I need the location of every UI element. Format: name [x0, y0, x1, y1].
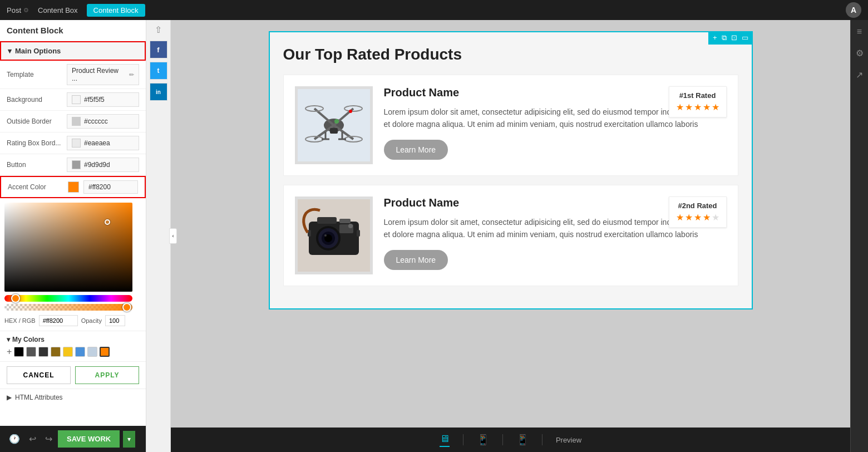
tab-content-block[interactable]: Content Block — [87, 4, 145, 17]
settings-button[interactable]: ⊡ — [729, 33, 739, 43]
opacity-label: Opacity — [81, 317, 102, 324]
opacity-overlay — [4, 304, 132, 311]
tablet-device-button[interactable]: 📱 — [477, 434, 489, 446]
star-1-3: ★ — [694, 102, 702, 112]
button-row: Button #9d9d9d — [0, 154, 146, 176]
learn-more-button-2[interactable]: Learn More — [384, 250, 448, 270]
accent-value[interactable]: #ff8200 — [83, 180, 138, 194]
social-bar: ⇧ f t in ‹ — [146, 20, 171, 452]
color-cursor — [105, 219, 110, 225]
background-label: Background — [7, 96, 62, 104]
right-panel: ≡ ⚙ ↗ — [850, 20, 868, 452]
rating-box-swatch — [72, 139, 81, 148]
color-gradient[interactable] — [4, 203, 132, 292]
panel-title: Content Block — [0, 20, 146, 41]
rating-box-value[interactable]: #eaeaea — [67, 136, 139, 150]
star-2-4: ★ — [703, 212, 711, 223]
html-attributes-row[interactable]: ▶ HTML Attributes — [0, 389, 146, 406]
mobile-device-button[interactable]: 📱 — [516, 434, 529, 446]
product-block: Our Top Rated Products — [270, 32, 752, 308]
opacity-input[interactable] — [105, 315, 125, 326]
clock-icon[interactable]: 🕐 — [7, 431, 22, 446]
accent-swatch — [68, 181, 79, 193]
linkedin-button[interactable]: in — [150, 83, 167, 101]
product-image-1 — [295, 86, 373, 164]
outside-border-row: Outside Border #cccccc — [0, 111, 146, 132]
add-block-button[interactable]: + — [711, 33, 719, 43]
swatch-orange[interactable] — [100, 347, 110, 357]
star-2-1: ★ — [676, 212, 684, 223]
template-row: Template Product Review ... ✏ — [0, 61, 146, 89]
svg-point-12 — [334, 119, 339, 124]
preview-button[interactable]: Preview — [556, 436, 581, 444]
canvas-toolbar: + ⧉ ⊡ ▭ — [708, 31, 753, 45]
save-dropdown-button[interactable]: ▾ — [123, 431, 135, 448]
svg-point-27 — [348, 224, 353, 228]
rating-box-label: Rating Box Bord... — [7, 139, 62, 147]
redo-icon[interactable]: ↪ — [43, 431, 55, 446]
main-options-header[interactable]: ▾ Main Options — [0, 41, 146, 61]
save-button[interactable]: SAVE WORK — [58, 430, 120, 448]
tab-post[interactable]: Post ⚙ — [7, 6, 29, 14]
hex-input[interactable] — [39, 315, 78, 326]
swatch-brown[interactable] — [51, 347, 61, 357]
cancel-button[interactable]: CANCEL — [7, 366, 71, 384]
delete-button[interactable]: ▭ — [740, 33, 750, 43]
tab-content-box[interactable]: Content Box — [38, 6, 78, 14]
swatch-black[interactable] — [14, 347, 24, 357]
my-colors-title: ▾ My Colors — [7, 336, 139, 343]
swatch-yellow[interactable] — [63, 347, 73, 357]
block-title: Our Top Rated Products — [283, 46, 738, 63]
svg-point-11 — [349, 110, 352, 113]
rating-badge-2: #2nd Rated ★ ★ ★ ★ ★ — [669, 196, 727, 228]
accent-label: Accent Color — [8, 183, 63, 191]
star-1-1: ★ — [676, 102, 684, 112]
hue-slider[interactable] — [4, 295, 132, 302]
hue-slider-container — [4, 295, 141, 302]
gradient-dark — [4, 203, 132, 292]
swatch-gray[interactable] — [26, 347, 36, 357]
template-value[interactable]: Product Review ... ✏ — [67, 64, 139, 85]
hex-label: HEX / RGB — [4, 317, 36, 324]
right-panel-icon-1[interactable]: ≡ — [855, 24, 864, 39]
star-2-5: ★ — [712, 212, 719, 223]
camera-image — [298, 199, 370, 272]
twitter-button[interactable]: t — [150, 62, 167, 80]
stars-1: ★ ★ ★ ★ ★ — [676, 102, 719, 112]
right-panel-icon-2[interactable]: ⚙ — [854, 46, 866, 61]
facebook-button[interactable]: f — [150, 41, 167, 58]
learn-more-button-1[interactable]: Learn More — [384, 140, 448, 160]
opacity-thumb — [122, 303, 131, 312]
swatch-darkgray[interactable] — [38, 347, 48, 357]
swatch-blue[interactable] — [75, 347, 85, 357]
collapse-panel-button[interactable]: ‹ — [169, 228, 177, 244]
post-label: Post — [7, 6, 21, 14]
main-layout: Content Block ▾ Main Options Template Pr… — [0, 20, 868, 452]
apply-button[interactable]: APPLY — [75, 366, 139, 384]
bottom-bar: 🖥 📱 📱 Preview — [171, 428, 850, 452]
background-swatch — [72, 95, 81, 104]
save-bar: 🕐 ↩ ↪ SAVE WORK ▾ — [0, 426, 146, 452]
post-gear-icon: ⚙ — [23, 7, 29, 14]
desktop-device-button[interactable]: 🖥 — [440, 433, 450, 447]
section-title: Main Options — [15, 47, 61, 55]
hex-row: HEX / RGB Opacity — [4, 315, 141, 326]
color-swatches-row: + — [7, 347, 139, 357]
edit-icon: ✏ — [129, 71, 134, 78]
swatch-lightblue[interactable] — [87, 347, 97, 357]
right-panel-icon-3[interactable]: ↗ — [854, 67, 865, 82]
top-bar: Post ⚙ Content Box Content Block A — [0, 0, 868, 20]
html-attributes-label: HTML Attributes — [15, 394, 63, 401]
svg-rect-29 — [357, 230, 360, 237]
outside-border-value[interactable]: #cccccc — [67, 114, 139, 129]
opacity-slider[interactable] — [4, 304, 132, 311]
share-icon[interactable]: ⇧ — [155, 24, 162, 35]
background-value[interactable]: #f5f5f5 — [67, 92, 139, 107]
duplicate-button[interactable]: ⧉ — [720, 33, 728, 43]
drone-image — [298, 89, 370, 161]
left-panel: Content Block ▾ Main Options Template Pr… — [0, 20, 146, 452]
button-value[interactable]: #9d9d9d — [67, 158, 139, 172]
add-color-icon[interactable]: + — [7, 347, 12, 357]
undo-icon[interactable]: ↩ — [27, 431, 38, 446]
logo: A — [846, 2, 861, 18]
